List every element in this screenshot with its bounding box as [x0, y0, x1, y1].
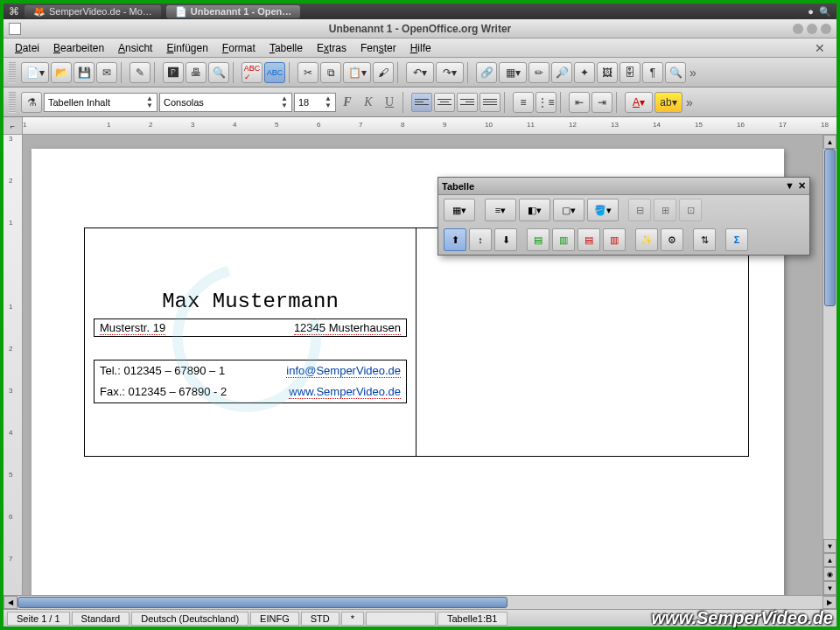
gallery-button[interactable]: 🖼: [597, 62, 618, 83]
toolbar-handle[interactable]: [9, 92, 16, 113]
italic-button[interactable]: K: [359, 93, 378, 112]
menu-file[interactable]: Datei: [9, 40, 46, 56]
scroll-left-icon[interactable]: ◀: [4, 596, 18, 609]
menu-insert[interactable]: Einfügen: [160, 40, 214, 56]
styles-button[interactable]: ⚗: [21, 92, 42, 113]
spellcheck-button[interactable]: ABC✓: [242, 62, 262, 83]
autoformat-button[interactable]: ✨: [635, 228, 658, 251]
align-bottom-button[interactable]: ⬇: [494, 228, 517, 251]
insert-row-button[interactable]: ▤: [527, 228, 550, 251]
drawing-button[interactable]: ✏: [528, 62, 550, 83]
cut-button[interactable]: ✂: [298, 62, 318, 83]
status-modified[interactable]: *: [341, 612, 364, 626]
bgcolor-button[interactable]: 🪣▾: [587, 199, 619, 221]
align-right-button[interactable]: [457, 93, 478, 112]
underline-button[interactable]: U: [380, 93, 399, 112]
minimize-button[interactable]: [793, 24, 803, 34]
increase-indent-button[interactable]: ⇥: [592, 92, 612, 113]
undo-button[interactable]: ↶▾: [406, 62, 434, 83]
optimize-button[interactable]: ⊡: [679, 199, 702, 221]
align-left-button[interactable]: [411, 93, 432, 112]
paragraph-style-dropdown[interactable]: Tabellen Inhalt ▲▼: [44, 93, 158, 112]
table-props-button[interactable]: ⚙: [661, 228, 683, 251]
highlight-button[interactable]: ab▾: [654, 92, 682, 113]
save-button[interactable]: 💾: [74, 62, 94, 83]
vertical-ruler[interactable]: 32112345678: [4, 135, 23, 595]
scroll-down-icon[interactable]: ▼: [823, 539, 836, 553]
bold-button[interactable]: F: [338, 93, 357, 112]
toolbar-overflow-icon[interactable]: »: [686, 95, 693, 109]
browser-tab[interactable]: 🦊 SemperVideo.de - Mo…: [24, 5, 161, 18]
merge-cells-button[interactable]: ⊟: [628, 199, 651, 221]
redo-button[interactable]: ↷▾: [436, 62, 464, 83]
datasource-button[interactable]: 🗄: [620, 62, 640, 83]
font-size-dropdown[interactable]: 18 ▲▼: [294, 93, 336, 112]
scroll-up-icon[interactable]: ▲: [823, 135, 836, 149]
format-paint-button[interactable]: 🖌: [373, 62, 394, 83]
floating-toolbar-header[interactable]: Tabelle ▼ ✕: [438, 178, 809, 195]
menu-window[interactable]: Fenster: [354, 40, 402, 56]
table-floating-toolbar[interactable]: Tabelle ▼ ✕ ▦▾ ≡▾ ◧▾ ▢▾ 🪣▾ ⊟ ⊞ ⊡ ⬆ ↕ ⬇ ▤…: [438, 177, 810, 256]
search-icon[interactable]: 🔍: [819, 6, 831, 18]
vertical-scrollbar[interactable]: ▲ ▼ ▲ ◉ ▼: [822, 135, 836, 595]
horizontal-scrollbar[interactable]: ◀ ▶: [4, 595, 836, 609]
menu-extras[interactable]: Extras: [311, 40, 353, 56]
pdf-export-button[interactable]: 🅿: [163, 62, 184, 83]
nonprint-button[interactable]: ¶: [642, 62, 663, 83]
print-button[interactable]: 🖶: [186, 62, 206, 83]
open-button[interactable]: 📂: [51, 62, 72, 83]
floating-toolbar-dropdown-icon[interactable]: ▼: [785, 180, 794, 192]
status-page[interactable]: Seite 1 / 1: [7, 612, 70, 626]
scroll-thumb[interactable]: [824, 149, 836, 306]
line-color-button[interactable]: ◧▾: [519, 199, 550, 221]
toolbar-overflow-icon[interactable]: »: [690, 66, 696, 80]
menu-help[interactable]: Hilfe: [404, 40, 438, 56]
status-signature[interactable]: [366, 612, 436, 626]
table-insert-button[interactable]: ▦▾: [444, 199, 475, 221]
sort-button[interactable]: ⇅: [693, 228, 716, 251]
maximize-button[interactable]: [807, 24, 817, 34]
zoom-button[interactable]: 🔍: [665, 62, 686, 83]
number-list-button[interactable]: ≡: [513, 92, 534, 113]
status-cell-ref[interactable]: Tabelle1:B1: [438, 612, 508, 626]
sum-button[interactable]: Σ: [725, 228, 748, 251]
preview-button[interactable]: 🔍: [208, 62, 229, 83]
navigator-button[interactable]: ✦: [574, 62, 595, 83]
menu-table[interactable]: Tabelle: [263, 40, 309, 56]
status-selection-mode[interactable]: STD: [301, 612, 340, 626]
main-table[interactable]: Max Mustermann Musterstr. 19 12345 Muste…: [84, 228, 749, 457]
table-cell-left[interactable]: Max Mustermann Musterstr. 19 12345 Muste…: [85, 228, 416, 456]
apple-menu-icon[interactable]: ⌘: [9, 5, 19, 18]
nav-icon[interactable]: ◉: [823, 567, 836, 581]
font-color-button[interactable]: A▾: [625, 92, 653, 113]
hyperlink-button[interactable]: 🔗: [476, 62, 497, 83]
menu-view[interactable]: Ansicht: [112, 40, 158, 56]
close-doc-icon[interactable]: ✕: [808, 39, 831, 57]
spotlight-icon[interactable]: ●: [808, 6, 814, 17]
menu-edit[interactable]: Bearbeiten: [47, 40, 110, 56]
new-doc-button[interactable]: 📄▾: [21, 62, 49, 83]
delete-row-button[interactable]: ▤: [578, 228, 600, 251]
align-top-button[interactable]: ⬆: [444, 228, 466, 251]
autospell-button[interactable]: ABC: [264, 62, 285, 83]
horizontal-ruler[interactable]: 1123456789101112131415161718: [23, 117, 836, 134]
paste-button[interactable]: 📋▾: [343, 62, 371, 83]
table-button[interactable]: ▦▾: [499, 62, 527, 83]
font-name-dropdown[interactable]: Consolas ▲▼: [159, 93, 292, 112]
align-justify-button[interactable]: [480, 93, 500, 112]
copy-button[interactable]: ⧉: [320, 62, 341, 83]
menu-format[interactable]: Format: [216, 40, 262, 56]
status-style[interactable]: Standard: [72, 612, 130, 626]
border-button[interactable]: ▢▾: [553, 199, 584, 221]
find-button[interactable]: 🔎: [551, 62, 572, 83]
edit-button[interactable]: ✎: [130, 62, 150, 83]
scroll-right-icon[interactable]: ▶: [822, 596, 836, 609]
next-page-icon[interactable]: ▼: [823, 581, 836, 595]
split-cells-button[interactable]: ⊞: [654, 199, 676, 221]
web-link[interactable]: www.SemperVideo.de: [289, 385, 401, 399]
prev-page-icon[interactable]: ▲: [823, 553, 836, 567]
close-button[interactable]: [821, 24, 831, 34]
delete-col-button[interactable]: ▥: [603, 228, 626, 251]
status-language[interactable]: Deutsch (Deutschland): [131, 612, 248, 626]
line-style-button[interactable]: ≡▾: [485, 199, 516, 221]
